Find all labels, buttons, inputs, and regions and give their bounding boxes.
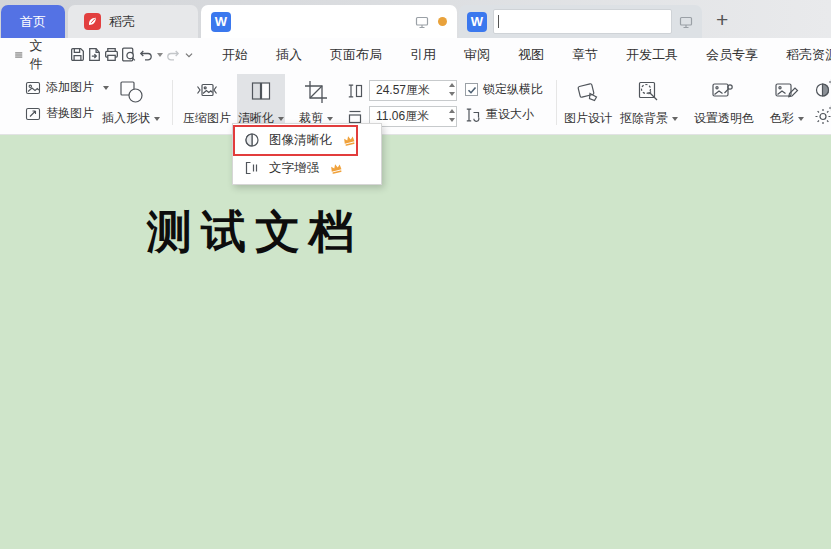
spinner-up-icon[interactable] bbox=[449, 83, 455, 87]
contrast-plus-icon bbox=[814, 79, 831, 99]
remove-background-icon bbox=[636, 79, 662, 105]
ribbon-group-divider bbox=[172, 80, 173, 125]
undo-button[interactable] bbox=[137, 43, 163, 67]
document-tab-inactive[interactable]: W bbox=[459, 5, 702, 38]
picture-tools-ribbon: 添加图片 替换图片 插入形状 压缩图片 清晰化 裁剪 锁定纵横比 bbox=[0, 71, 831, 135]
home-tab-label: 首页 bbox=[20, 13, 46, 31]
lock-aspect-checkbox[interactable]: 锁定纵横比 bbox=[465, 81, 543, 98]
add-picture-button[interactable]: 添加图片 bbox=[25, 79, 109, 96]
width-input[interactable] bbox=[369, 106, 457, 127]
share-screen-icon[interactable] bbox=[414, 14, 430, 30]
add-picture-label: 添加图片 bbox=[46, 79, 94, 96]
dropdown-arrow-icon bbox=[798, 117, 804, 121]
document-heading[interactable]: 测试文档 bbox=[147, 202, 363, 262]
docer-tab[interactable]: 稻壳 bbox=[68, 5, 198, 38]
lock-aspect-label: 锁定纵横比 bbox=[483, 81, 543, 98]
height-control bbox=[347, 80, 463, 101]
dropdown-arrow-icon bbox=[327, 117, 333, 121]
redo-button-disabled[interactable] bbox=[163, 43, 182, 67]
print-button[interactable] bbox=[103, 43, 120, 67]
insert-shape-button[interactable]: 插入形状 bbox=[98, 74, 164, 131]
print-preview-icon bbox=[120, 46, 137, 63]
menu-item-text-enhance[interactable]: 文字增强 bbox=[233, 154, 381, 182]
chevron-down-icon bbox=[182, 48, 196, 62]
color-icon bbox=[773, 79, 801, 105]
remove-background-label: 抠除背景 bbox=[620, 110, 668, 127]
save-button[interactable] bbox=[69, 43, 86, 67]
wps-writer-logo-icon: W bbox=[211, 12, 231, 32]
dropdown-arrow-icon bbox=[672, 117, 678, 121]
insert-shape-label: 插入形状 bbox=[102, 110, 150, 127]
picture-design-label: 图片设计 bbox=[564, 110, 612, 127]
menu-item-image-clarify[interactable]: 图像清晰化 bbox=[233, 126, 381, 154]
dropdown-arrow-icon bbox=[154, 117, 160, 121]
brightness-plus-icon bbox=[814, 105, 831, 125]
picture-design-button[interactable]: 图片设计 bbox=[559, 74, 617, 131]
color-label: 色彩 bbox=[770, 110, 794, 127]
printer-icon bbox=[103, 46, 120, 63]
spinner-up-icon[interactable] bbox=[449, 109, 455, 113]
docer-tab-label: 稻壳 bbox=[109, 13, 135, 31]
replace-picture-icon bbox=[25, 106, 41, 122]
tab-rename-input[interactable] bbox=[493, 9, 672, 34]
undo-icon bbox=[137, 47, 156, 63]
docer-logo-icon bbox=[84, 13, 101, 30]
spinner-down-icon[interactable] bbox=[449, 118, 455, 122]
document-canvas[interactable]: 测试文档 bbox=[0, 135, 831, 549]
contrast-increase-button[interactable] bbox=[810, 77, 831, 101]
home-tab[interactable]: 首页 bbox=[1, 5, 65, 38]
replace-picture-button[interactable]: 替换图片 bbox=[25, 105, 94, 122]
file-menu-label: 文件 bbox=[29, 37, 47, 73]
export-icon bbox=[86, 46, 103, 63]
ribbon-tab-view[interactable]: 视图 bbox=[504, 46, 558, 64]
dropdown-arrow-icon bbox=[278, 117, 284, 121]
premium-crown-icon bbox=[341, 132, 357, 148]
picture-design-icon bbox=[575, 79, 601, 105]
ribbon-tabs: 开始 插入 页面布局 引用 审阅 视图 章节 开发工具 会员专享 稻壳资源 bbox=[208, 46, 831, 64]
set-transparent-label: 设置透明色 bbox=[694, 110, 754, 127]
reset-size-icon bbox=[465, 107, 481, 123]
checkbox-checked-icon[interactable] bbox=[465, 83, 478, 96]
set-transparent-button[interactable]: 设置透明色 bbox=[684, 74, 764, 131]
save-icon bbox=[69, 46, 86, 63]
color-button[interactable]: 色彩 bbox=[764, 74, 810, 131]
menu-item-label: 图像清晰化 bbox=[269, 132, 332, 149]
text-enhance-icon bbox=[244, 160, 260, 176]
ribbon-tab-docer-resources[interactable]: 稻壳资源 bbox=[772, 46, 831, 64]
share-screen-icon[interactable] bbox=[678, 14, 694, 30]
ribbon-tab-references[interactable]: 引用 bbox=[396, 46, 450, 64]
brightness-increase-button[interactable] bbox=[810, 103, 831, 127]
menu-bar: 文件 开始 插入 页面布局 引用 审阅 视图 章节 开发工具 会员专享 稻壳资源 bbox=[0, 38, 831, 71]
compress-picture-label: 压缩图片 bbox=[183, 110, 231, 127]
output-button[interactable] bbox=[86, 43, 103, 67]
ribbon-tab-page-layout[interactable]: 页面布局 bbox=[316, 46, 396, 64]
image-clarify-icon bbox=[244, 132, 260, 148]
reset-size-button[interactable]: 重设大小 bbox=[465, 106, 534, 123]
ribbon-tab-developer[interactable]: 开发工具 bbox=[612, 46, 692, 64]
new-tab-button[interactable]: + bbox=[716, 9, 728, 30]
text-cursor bbox=[498, 15, 499, 28]
redo-icon bbox=[163, 47, 182, 63]
height-icon bbox=[347, 83, 363, 99]
set-transparent-color-icon bbox=[710, 79, 738, 105]
ribbon-group-divider bbox=[556, 80, 557, 125]
print-preview-button[interactable] bbox=[120, 43, 137, 67]
ribbon-tab-section[interactable]: 章节 bbox=[558, 46, 612, 64]
document-tab-active[interactable]: W bbox=[201, 5, 457, 38]
premium-crown-icon bbox=[328, 160, 344, 176]
height-input[interactable] bbox=[369, 80, 457, 101]
compress-picture-button[interactable]: 压缩图片 bbox=[177, 74, 237, 131]
compress-picture-icon bbox=[194, 79, 220, 103]
ribbon-tab-review[interactable]: 审阅 bbox=[450, 46, 504, 64]
file-menu-button[interactable]: 文件 bbox=[10, 37, 51, 73]
spinner-down-icon[interactable] bbox=[449, 92, 455, 96]
ribbon-tab-start[interactable]: 开始 bbox=[208, 46, 262, 64]
window-tab-bar: 首页 稻壳 W W + bbox=[0, 0, 831, 38]
toolbar-more-button[interactable] bbox=[182, 43, 196, 67]
reset-size-label: 重设大小 bbox=[486, 106, 534, 123]
remove-background-button[interactable]: 抠除背景 bbox=[616, 74, 682, 131]
ribbon-tab-insert[interactable]: 插入 bbox=[262, 46, 316, 64]
ribbon-tab-member[interactable]: 会员专享 bbox=[692, 46, 772, 64]
unsaved-indicator-dot bbox=[438, 17, 447, 26]
add-picture-icon bbox=[25, 80, 41, 96]
